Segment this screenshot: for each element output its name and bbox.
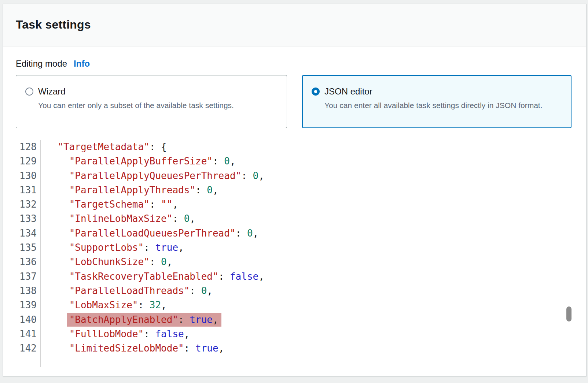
line-number: 137 <box>3 269 37 284</box>
line-number: 132 <box>3 197 37 212</box>
line-number: 135 <box>3 241 37 255</box>
line-number: 133 <box>3 212 37 226</box>
code-line-139[interactable]: "LobMaxSize": 32, <box>46 298 264 312</box>
option-tile-json-editor[interactable]: JSON editor You can enter all available … <box>302 75 572 128</box>
line-number: 134 <box>3 226 37 241</box>
line-number: 136 <box>3 255 37 269</box>
highlighted-code: "BatchApplyEnabled": true, <box>69 313 218 327</box>
line-number: 128 <box>3 140 37 154</box>
editing-mode-row: Editing mode Info <box>16 59 574 69</box>
line-number: 129 <box>3 154 37 168</box>
json-code-editor[interactable]: 1281291301311321331341351361371381391401… <box>3 140 586 367</box>
task-settings-panel: Task settings Editing mode Info Wizard Y… <box>3 4 587 376</box>
editing-mode-options: Wizard You can enter only a subset of th… <box>16 75 574 128</box>
panel-header: Task settings <box>3 4 586 47</box>
code-line-142[interactable]: "LimitedSizeLobMode": true, <box>46 341 264 356</box>
option-tile-wizard[interactable]: Wizard You can enter only a subset of th… <box>16 75 287 128</box>
line-number: 131 <box>3 183 37 197</box>
option-wizard-description: You can enter only a subset of the avail… <box>38 99 278 112</box>
code-line-140[interactable]: "BatchApplyEnabled": true, <box>46 313 264 327</box>
radio-json-editor[interactable] <box>312 88 320 96</box>
panel-body: Editing mode Info Wizard You can enter o… <box>3 59 586 367</box>
code-line-136[interactable]: "LobChunkSize": 0, <box>46 255 264 269</box>
line-number: 141 <box>3 327 37 341</box>
code-line-137[interactable]: "TaskRecoveryTableEnabled": false, <box>46 269 264 284</box>
code-line-133[interactable]: "InlineLobMaxSize": 0, <box>46 212 264 226</box>
code-line-141[interactable]: "FullLobMode": false, <box>46 327 264 341</box>
editor-code[interactable]: "TargetMetadata": { "ParallelApplyBuffer… <box>41 140 264 367</box>
line-number: 139 <box>3 298 37 312</box>
code-line-131[interactable]: "ParallelApplyThreads": 0, <box>46 183 264 197</box>
code-line-129[interactable]: "ParallelApplyBufferSize": 0, <box>46 154 264 168</box>
editing-mode-label: Editing mode <box>16 59 67 69</box>
code-line-134[interactable]: "ParallelLoadQueuesPerThread": 0, <box>46 226 264 241</box>
page: { "panel": { "title": "Task settings" },… <box>0 0 588 383</box>
page-title: Task settings <box>16 18 586 31</box>
code-line-130[interactable]: "ParallelApplyQueuesPerThread": 0, <box>46 169 264 183</box>
option-json-description: You can enter all available task setting… <box>324 99 544 112</box>
line-number: 130 <box>3 169 37 183</box>
option-wizard-top: Wizard <box>25 86 278 97</box>
option-wizard-label: Wizard <box>38 86 66 97</box>
code-line-132[interactable]: "TargetSchema": "", <box>46 197 264 212</box>
code-line-138[interactable]: "ParallelLoadThreads": 0, <box>46 284 264 298</box>
scrollbar-thumb[interactable] <box>566 306 572 321</box>
info-link[interactable]: Info <box>74 59 90 69</box>
line-number: 138 <box>3 284 37 298</box>
radio-wizard[interactable] <box>25 88 33 96</box>
line-number: 142 <box>3 341 37 356</box>
option-json-label: JSON editor <box>324 86 372 97</box>
code-line-135[interactable]: "SupportLobs": true, <box>46 241 264 255</box>
code-line-128[interactable]: "TargetMetadata": { <box>46 140 264 154</box>
option-json-top: JSON editor <box>312 86 562 97</box>
editor-gutter: 1281291301311321331341351361371381391401… <box>3 140 41 367</box>
line-number: 140 <box>3 313 37 327</box>
